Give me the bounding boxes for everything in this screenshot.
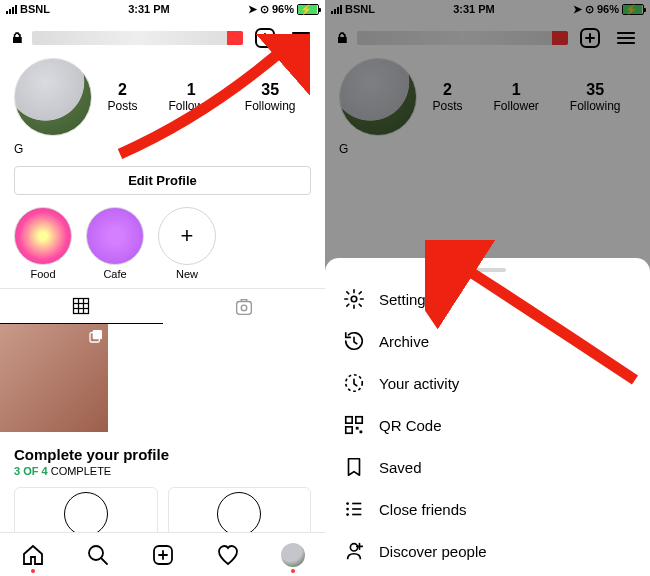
hamburger-icon xyxy=(289,26,313,50)
svg-point-35 xyxy=(346,513,349,516)
plus-box-icon xyxy=(151,543,175,567)
menu-qr[interactable]: QR Code xyxy=(325,404,650,446)
card-circle-icon xyxy=(64,492,108,536)
alarm-icon: ⊙ xyxy=(260,3,269,16)
highlight-story-icon xyxy=(14,207,72,265)
menu-discover[interactable]: Discover people xyxy=(325,530,650,572)
svg-point-33 xyxy=(346,502,349,505)
profile-screen: BSNL 3:31 PM ➤ ⊙ 96% ⚡ 🔒︎ 2Posts 1Follow… xyxy=(0,0,325,576)
nav-create[interactable] xyxy=(130,533,195,576)
svg-rect-6 xyxy=(74,299,89,314)
svg-rect-28 xyxy=(346,417,352,423)
complete-profile: Complete your profile 3 OF 4 COMPLETE xyxy=(0,432,325,541)
plus-box-icon xyxy=(253,26,277,50)
card-circle-icon xyxy=(217,492,261,536)
svg-point-26 xyxy=(351,296,357,302)
menu-screen: BSNL 3:31 PM ➤ ⊙ 96% ⚡ 🔒︎ 2Posts 1Follow… xyxy=(325,0,650,576)
svg-point-12 xyxy=(241,305,247,311)
battery-icon: ⚡ xyxy=(297,4,319,15)
highlights-row: Food Cafe +New xyxy=(0,205,325,286)
highlight-food[interactable]: Food xyxy=(14,207,72,280)
menu-label: Your activity xyxy=(379,375,459,392)
svg-rect-32 xyxy=(360,431,363,434)
grid-icon xyxy=(71,296,91,316)
hamburger-sheet: Settings Archive Your activity QR Code S… xyxy=(325,258,650,576)
svg-point-39 xyxy=(350,544,357,551)
username-dropdown[interactable] xyxy=(32,31,243,45)
highlight-new[interactable]: +New xyxy=(158,207,216,280)
search-icon xyxy=(86,543,110,567)
create-button[interactable] xyxy=(251,24,279,52)
stat-following[interactable]: 35Following xyxy=(245,81,296,113)
svg-rect-30 xyxy=(346,427,352,433)
tab-tagged[interactable] xyxy=(163,289,326,324)
menu-label: Settings xyxy=(379,291,433,308)
menu-close-friends[interactable]: Close friends xyxy=(325,488,650,530)
status-bar: BSNL 3:31 PM ➤ ⊙ 96% ⚡ xyxy=(0,0,325,18)
svg-line-16 xyxy=(101,558,107,564)
heart-icon xyxy=(216,543,240,567)
plus-icon: + xyxy=(158,207,216,265)
lock-icon: 🔒︎ xyxy=(10,30,24,46)
menu-activity[interactable]: Your activity xyxy=(325,362,650,404)
menu-settings[interactable]: Settings xyxy=(325,278,650,320)
svg-rect-13 xyxy=(93,330,102,339)
notification-dot-icon xyxy=(31,569,35,573)
complete-subtitle: 3 OF 4 COMPLETE xyxy=(14,465,311,477)
battery-pct: 96% xyxy=(272,3,294,15)
mini-avatar-icon xyxy=(281,543,305,567)
menu-archive[interactable]: Archive xyxy=(325,320,650,362)
menu-label: Close friends xyxy=(379,501,467,518)
menu-label: Saved xyxy=(379,459,422,476)
post-thumbnail[interactable] xyxy=(0,324,108,432)
menu-label: Archive xyxy=(379,333,429,350)
avatar[interactable] xyxy=(14,58,92,136)
gear-icon xyxy=(343,288,365,310)
nav-activity[interactable] xyxy=(195,533,260,576)
menu-saved[interactable]: Saved xyxy=(325,446,650,488)
discover-people-icon xyxy=(343,540,365,562)
profile-tabs xyxy=(0,288,325,324)
hamburger-menu-button[interactable] xyxy=(287,24,315,52)
multi-post-icon xyxy=(88,328,104,344)
bio-text: G xyxy=(0,142,325,160)
menu-label: Discover people xyxy=(379,543,487,560)
menu-label: QR Code xyxy=(379,417,442,434)
svg-rect-31 xyxy=(356,427,359,430)
location-icon: ➤ xyxy=(248,3,257,16)
svg-rect-29 xyxy=(356,417,362,423)
nav-profile[interactable] xyxy=(260,533,325,576)
list-icon xyxy=(343,498,365,520)
qr-icon xyxy=(343,414,365,436)
highlight-cafe[interactable]: Cafe xyxy=(86,207,144,280)
bookmark-icon xyxy=(343,456,365,478)
highlight-story-icon xyxy=(86,207,144,265)
clock: 3:31 PM xyxy=(128,3,170,15)
stat-followers[interactable]: 1Follower xyxy=(168,81,213,113)
archive-icon xyxy=(343,330,365,352)
activity-icon xyxy=(343,372,365,394)
edit-profile-button[interactable]: Edit Profile xyxy=(14,166,311,195)
bottom-nav xyxy=(0,532,325,576)
carrier-label: BSNL xyxy=(20,3,50,15)
stat-posts[interactable]: 2Posts xyxy=(107,81,137,113)
home-icon xyxy=(21,543,45,567)
nav-search[interactable] xyxy=(65,533,130,576)
signal-icon xyxy=(6,4,17,14)
profile-header: 🔒︎ xyxy=(0,18,325,58)
complete-title: Complete your profile xyxy=(14,446,311,463)
nav-home[interactable] xyxy=(0,533,65,576)
tagged-icon xyxy=(233,296,255,318)
posts-grid xyxy=(0,324,325,432)
notification-dot-icon xyxy=(291,569,295,573)
tab-grid[interactable] xyxy=(0,289,163,324)
svg-rect-11 xyxy=(236,301,251,314)
svg-point-34 xyxy=(346,508,349,511)
sheet-handle[interactable] xyxy=(470,268,506,272)
